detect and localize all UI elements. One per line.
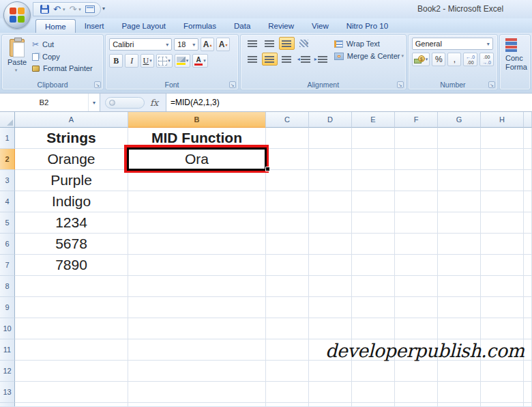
column-header-G[interactable]: G — [438, 112, 481, 128]
cell-A11[interactable] — [15, 339, 128, 361]
cell-F1[interactable] — [395, 128, 438, 149]
save-icon[interactable] — [40, 5, 49, 14]
cell-E12[interactable] — [352, 361, 395, 382]
fill-handle[interactable] — [265, 167, 270, 171]
number-format-select[interactable]: General ▾ — [412, 38, 493, 50]
cell-E3[interactable] — [352, 170, 395, 191]
cell-F9[interactable] — [395, 297, 438, 318]
row-header-5[interactable]: 5 — [0, 212, 15, 234]
tab-view[interactable]: View — [303, 19, 338, 33]
cell-H10[interactable] — [481, 318, 524, 339]
fill-color-dropdown-icon[interactable]: ▾ — [186, 58, 189, 64]
formula-input[interactable]: =MID(A2,1,3) — [166, 94, 532, 111]
column-header-F[interactable]: F — [395, 112, 438, 128]
cell-F3[interactable] — [395, 170, 438, 191]
cell-G9[interactable] — [438, 297, 481, 318]
cell-D9[interactable] — [309, 297, 352, 318]
cell-D4[interactable] — [309, 191, 352, 212]
cell-B9[interactable] — [128, 297, 266, 318]
column-header-E[interactable]: E — [352, 112, 395, 128]
cell-C9[interactable] — [266, 297, 309, 318]
row-header-2[interactable]: 2 — [0, 149, 15, 170]
merge-center-button[interactable]: Merge & Center ▾ — [334, 52, 404, 60]
cell-D8[interactable] — [309, 276, 352, 297]
row-header-8[interactable]: 8 — [0, 276, 15, 297]
accounting-dropdown-icon[interactable]: ▾ — [426, 57, 428, 62]
cell-B7[interactable] — [128, 255, 266, 276]
wrap-text-button[interactable]: Wrap Text — [334, 40, 404, 48]
cell-F5[interactable] — [395, 212, 438, 234]
underline-dropdown-icon[interactable]: ▾ — [149, 58, 152, 64]
cell-B3[interactable] — [128, 170, 266, 191]
number-format-dropdown-icon[interactable]: ▾ — [484, 41, 490, 47]
cell-D1[interactable] — [309, 128, 352, 149]
cell-C11[interactable] — [266, 339, 309, 361]
cell-B8[interactable] — [128, 276, 266, 297]
percent-style-button[interactable]: % — [432, 53, 445, 66]
font-name-select[interactable]: Calibri ▾ — [109, 38, 172, 51]
cell-A4[interactable]: Indigo — [15, 191, 128, 212]
undo-dropdown-icon[interactable]: ▾ — [63, 7, 65, 12]
name-box-dropdown-icon[interactable]: ▾ — [89, 94, 100, 111]
cell-F12[interactable] — [395, 361, 438, 382]
cell-G5[interactable] — [438, 212, 481, 234]
middle-align-button[interactable] — [262, 37, 278, 50]
font-name-dropdown-icon[interactable]: ▾ — [163, 42, 168, 48]
redo-icon[interactable]: ↷ — [69, 5, 76, 14]
insert-function-icon[interactable]: fx — [150, 98, 158, 108]
row-header-12[interactable]: 12 — [0, 361, 15, 382]
cell-G13[interactable] — [438, 382, 481, 403]
cell-E1[interactable] — [352, 128, 395, 149]
cell-G8[interactable] — [438, 276, 481, 297]
cell-G12[interactable] — [438, 361, 481, 382]
cell-H2[interactable] — [481, 149, 524, 170]
cell-D7[interactable] — [309, 255, 352, 276]
cell-H12[interactable] — [481, 361, 524, 382]
cell-G2[interactable] — [438, 149, 481, 170]
cell-C7[interactable] — [266, 255, 309, 276]
column-header-H[interactable]: H — [481, 112, 524, 128]
cell-E8[interactable] — [352, 276, 395, 297]
cell-G3[interactable] — [438, 170, 481, 191]
borders-button[interactable]: ▾ — [156, 54, 173, 68]
tab-insert[interactable]: Insert — [76, 19, 113, 33]
cell-B6[interactable] — [128, 234, 266, 255]
alignment-dialog-launcher-icon[interactable]: ↘ — [397, 81, 404, 88]
cell-F6[interactable] — [395, 234, 438, 255]
decrease-decimal-button[interactable]: .00 →.0 — [479, 53, 494, 66]
clipboard-dialog-launcher-icon[interactable]: ↘ — [94, 81, 101, 88]
cell-A13[interactable] — [15, 382, 128, 403]
tab-page-layout[interactable]: Page Layout — [113, 19, 175, 33]
underline-button[interactable]: U ▾ — [141, 54, 154, 68]
qat-overflow-icon[interactable]: ▾ — [102, 5, 105, 12]
bottom-align-button[interactable] — [279, 37, 295, 50]
cell-D2[interactable] — [309, 149, 352, 170]
bold-button[interactable]: B — [109, 54, 123, 68]
row-header-1[interactable]: 1 — [0, 128, 15, 149]
undo-icon[interactable]: ↶ — [53, 5, 61, 14]
cell-A8[interactable] — [15, 276, 128, 297]
cell-C1[interactable] — [266, 128, 309, 149]
cell-G4[interactable] — [438, 191, 481, 212]
increase-decimal-button[interactable]: ←.0 .00 — [463, 53, 477, 66]
align-left-button[interactable] — [245, 53, 261, 66]
orientation-button[interactable]: ▾ — [296, 37, 312, 50]
cell-D13[interactable] — [309, 382, 352, 403]
column-header-A[interactable]: A — [15, 112, 128, 128]
cell-F13[interactable] — [395, 382, 438, 403]
format-painter-button[interactable]: Format Painter — [32, 64, 93, 72]
cell-E2[interactable] — [352, 149, 395, 170]
office-button[interactable] — [3, 1, 31, 29]
tab-review[interactable]: Review — [259, 19, 303, 33]
align-right-button[interactable] — [279, 53, 295, 66]
increase-indent-button[interactable]: ▸ — [313, 53, 329, 66]
cell-C13[interactable] — [266, 382, 309, 403]
cell-G1[interactable] — [438, 128, 481, 149]
cell-D6[interactable] — [309, 234, 352, 255]
grow-font-button[interactable]: A▴ — [201, 38, 214, 51]
cell-A1[interactable]: Strings — [15, 128, 128, 149]
name-box[interactable]: B2 — [0, 94, 89, 111]
shrink-font-button[interactable]: A▾ — [216, 38, 230, 51]
paste-button[interactable]: Paste ▾ — [2, 35, 32, 79]
cell-F10[interactable] — [395, 318, 438, 339]
